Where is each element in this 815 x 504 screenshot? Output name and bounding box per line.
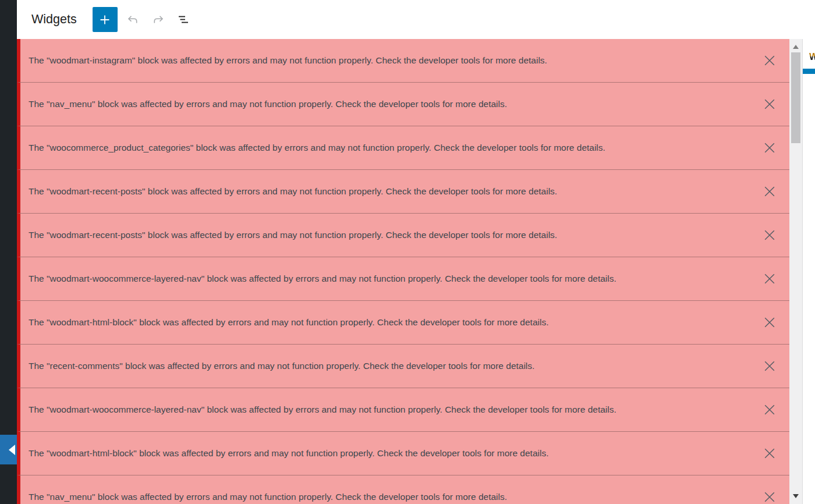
admin-rail-collapsed (0, 0, 17, 504)
undo-button[interactable] (122, 9, 144, 31)
notice-message: The "woodmart-html-block" block was affe… (29, 317, 761, 328)
error-notice: The "woodmart-recent-posts" block was af… (17, 170, 789, 214)
widgets-tab-partial-label[interactable]: W (809, 52, 815, 62)
notice-message: The "woocommerce_product_categories" blo… (29, 143, 761, 153)
list-view-icon (177, 13, 191, 27)
dismiss-notice-button[interactable] (761, 445, 778, 462)
error-notice: The "nav_menu" block was affected by err… (17, 475, 789, 504)
notice-message: The "woodmart-woocommerce-layered-nav" b… (29, 274, 761, 284)
dismiss-notice-button[interactable] (761, 183, 778, 200)
editor-content: The "woodmart-instagram" block was affec… (17, 39, 815, 504)
error-notice: The "woodmart-html-block" block was affe… (17, 301, 789, 345)
notice-message: The "nav_menu" block was affected by err… (29, 492, 761, 502)
scrollbar-thumb[interactable] (791, 52, 800, 143)
redo-icon (151, 13, 165, 27)
dismiss-notice-button[interactable] (761, 489, 778, 504)
close-icon (762, 402, 777, 417)
close-icon (762, 446, 777, 461)
scroll-up-button[interactable] (789, 42, 802, 51)
vertical-scrollbar[interactable] (789, 39, 802, 504)
error-notice: The "recent-comments" block was affected… (17, 345, 789, 388)
plus-icon (98, 13, 112, 27)
notice-message: The "woodmart-instagram" block was affec… (29, 55, 761, 66)
collapse-arrow-icon (9, 445, 15, 455)
scroll-up-icon (793, 45, 799, 49)
close-icon (762, 359, 777, 374)
add-block-button[interactable] (93, 7, 118, 32)
notice-message: The "nav_menu" block was affected by err… (29, 99, 761, 109)
notice-message: The "woodmart-html-block" block was affe… (29, 448, 761, 459)
close-icon (762, 184, 777, 199)
error-notice: The "woodmart-instagram" block was affec… (17, 39, 789, 83)
close-icon (762, 489, 777, 504)
undo-icon (126, 13, 140, 27)
dismiss-notice-button[interactable] (761, 271, 778, 287)
scroll-down-button[interactable] (789, 491, 802, 501)
error-notice: The "woocommerce_product_categories" blo… (17, 126, 789, 170)
notices-list: The "woodmart-instagram" block was affec… (17, 39, 789, 504)
notice-message: The "woodmart-woocommerce-layered-nav" b… (29, 404, 761, 415)
settings-sidebar-partial: W (802, 39, 815, 504)
scroll-down-icon (793, 494, 799, 498)
close-icon (762, 315, 777, 330)
editor-main: Widgets (17, 0, 815, 504)
widgets-editor-screen: Widgets (0, 0, 815, 504)
dismiss-notice-button[interactable] (761, 358, 778, 374)
dismiss-notice-button[interactable] (761, 140, 778, 156)
dismiss-notice-button[interactable] (761, 402, 778, 418)
list-view-button[interactable] (173, 9, 195, 31)
dismiss-notice-button[interactable] (761, 227, 778, 243)
close-icon (762, 53, 777, 68)
close-icon (762, 228, 777, 243)
active-tab-indicator (803, 69, 815, 74)
error-notice: The "woodmart-recent-posts" block was af… (17, 214, 789, 257)
error-notice: The "nav_menu" block was affected by err… (17, 83, 789, 126)
error-notice: The "woodmart-woocommerce-layered-nav" b… (17, 257, 789, 301)
page-title: Widgets (31, 12, 77, 27)
dismiss-notice-button[interactable] (761, 96, 778, 112)
error-notice: The "woodmart-html-block" block was affe… (17, 432, 789, 475)
close-icon (762, 140, 777, 155)
dismiss-notice-button[interactable] (761, 314, 778, 331)
error-notice: The "woodmart-woocommerce-layered-nav" b… (17, 388, 789, 432)
collapse-menu-button[interactable] (0, 435, 17, 464)
close-icon (762, 97, 777, 112)
notice-message: The "woodmart-recent-posts" block was af… (29, 186, 761, 197)
notice-message: The "woodmart-recent-posts" block was af… (29, 230, 761, 240)
dismiss-notice-button[interactable] (761, 52, 778, 69)
editor-top-bar: Widgets (17, 0, 815, 39)
notice-message: The "recent-comments" block was affected… (29, 361, 761, 371)
close-icon (762, 271, 777, 286)
redo-button[interactable] (147, 9, 169, 31)
